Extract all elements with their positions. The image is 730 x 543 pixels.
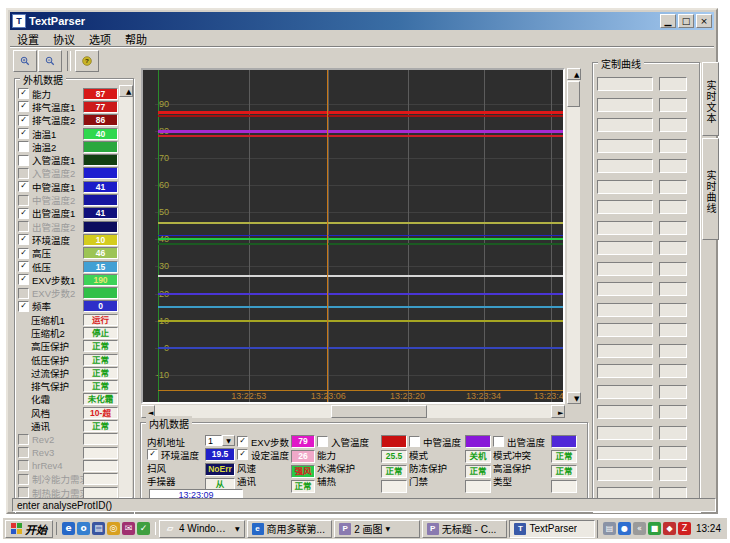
menu-item-2[interactable]: 选项 [82, 30, 118, 48]
custom-curve-value[interactable] [659, 405, 687, 419]
chart-vertical-scrollbar[interactable]: ▲ ▼ [567, 68, 580, 404]
checkbox[interactable]: ✓ [237, 436, 248, 447]
custom-curve-slot[interactable] [597, 200, 653, 214]
antivirus-tray-icon[interactable]: ◆ [663, 522, 676, 535]
custom-curve-value[interactable] [659, 446, 687, 460]
custom-curve-value[interactable] [659, 139, 687, 153]
custom-curve-value[interactable] [659, 77, 687, 91]
scroll-right-icon[interactable]: ► [551, 405, 565, 418]
maximize-button[interactable]: □ [678, 14, 694, 28]
custom-curve-slot[interactable] [597, 241, 653, 255]
custom-curve-slot[interactable] [597, 118, 653, 132]
checkbox[interactable]: ✓ [147, 449, 158, 460]
custom-curve-slot[interactable] [597, 139, 653, 153]
scroll-down-icon[interactable]: ▼ [567, 392, 581, 404]
checkbox[interactable]: ✓ [18, 234, 29, 245]
checkbox[interactable] [18, 155, 29, 166]
checkbox[interactable] [18, 195, 29, 206]
custom-curve-value[interactable] [659, 467, 687, 481]
checkbox[interactable]: ✓ [18, 181, 29, 192]
custom-curve-value[interactable] [659, 180, 687, 194]
checkbox[interactable] [18, 460, 29, 471]
taskbar-button-商用多联第...[interactable]: e商用多联第... [247, 520, 333, 538]
checkbox[interactable]: ✓ [18, 208, 29, 219]
checkbox[interactable]: ✓ [18, 115, 29, 126]
arrows-tray-icon[interactable]: « [633, 522, 646, 535]
checkbox[interactable]: ✓ [237, 449, 248, 460]
checkbox[interactable] [18, 434, 29, 445]
tab-实时曲线[interactable]: 实时曲线 [702, 138, 719, 240]
custom-curve-slot[interactable] [597, 467, 653, 481]
scroll-up-icon[interactable]: ▲ [567, 68, 581, 80]
custom-curve-slot[interactable] [597, 180, 653, 194]
menu-item-1[interactable]: 协议 [46, 30, 82, 48]
checkbox[interactable] [18, 168, 29, 179]
custom-curve-slot[interactable] [597, 98, 653, 112]
checkbox[interactable] [18, 474, 29, 485]
scroll-up-icon[interactable]: ▲ [119, 85, 133, 97]
custom-curve-value[interactable] [659, 344, 687, 358]
minimize-button[interactable]: ▁ [660, 14, 676, 28]
zoom-in-button[interactable] [13, 50, 37, 72]
checkbox[interactable] [409, 436, 420, 447]
realtime-curve-plot[interactable]: 9080706050403020100-1013:22:5313:23:0613… [143, 70, 563, 402]
custom-curve-slot[interactable] [597, 221, 653, 235]
thunder-tray-icon[interactable]: Z [678, 522, 691, 535]
messenger-quicklaunch-icon[interactable]: o [77, 522, 90, 535]
zoom-out-button[interactable] [38, 50, 62, 72]
custom-curve-slot[interactable] [597, 262, 653, 276]
green-tray-icon[interactable]: ■ [648, 522, 661, 535]
checkbox[interactable] [18, 141, 29, 152]
chevron-down-icon[interactable]: ▼ [222, 435, 235, 446]
custom-curve-value[interactable] [659, 385, 687, 399]
checkbox[interactable] [493, 436, 504, 447]
custom-curve-slot[interactable] [597, 385, 653, 399]
custom-curve-value[interactable] [659, 221, 687, 235]
checkbox[interactable]: ✓ [18, 274, 29, 285]
printer-tray-icon[interactable]: ▤ [603, 522, 616, 535]
checkbox[interactable] [18, 487, 29, 498]
checkbox[interactable]: ✓ [18, 88, 29, 99]
custom-curve-value[interactable] [659, 364, 687, 378]
custom-curve-slot[interactable] [597, 159, 653, 173]
checkbox[interactable] [18, 447, 29, 458]
media-player-quicklaunch-icon[interactable]: ◎ [107, 522, 120, 535]
custom-curve-value[interactable] [659, 159, 687, 173]
custom-curve-value[interactable] [659, 282, 687, 296]
custom-curve-slot[interactable] [597, 405, 653, 419]
custom-curve-slot[interactable] [597, 323, 653, 337]
checkbox[interactable]: ✓ [18, 248, 29, 259]
show-desktop-icon[interactable]: ▤ [92, 522, 105, 535]
custom-curve-value[interactable] [659, 262, 687, 276]
mail-quicklaunch-icon[interactable]: ✉ [122, 522, 135, 535]
messenger-tray-icon[interactable]: ● [618, 522, 631, 535]
custom-curve-slot[interactable] [597, 446, 653, 460]
taskbar-button-4 Windows...[interactable]: ▱4 Windows...▼ [159, 520, 245, 538]
checkbox[interactable] [317, 436, 328, 447]
explorer-quicklaunch-icon[interactable]: ✓ [137, 522, 150, 535]
custom-curve-slot[interactable] [597, 426, 653, 440]
custom-curve-value[interactable] [659, 426, 687, 440]
vscroll-thumb[interactable] [567, 81, 580, 107]
custom-curve-value[interactable] [659, 118, 687, 132]
custom-curve-slot[interactable] [597, 77, 653, 91]
hscroll-thumb[interactable] [331, 405, 427, 418]
indoor-address-dropdown[interactable]: 1▼ [205, 435, 235, 446]
custom-curve-value[interactable] [659, 241, 687, 255]
checkbox[interactable] [18, 221, 29, 232]
outdoor-scrollbar[interactable]: ▲ ▼ [119, 85, 132, 509]
custom-curve-slot[interactable] [597, 364, 653, 378]
custom-curve-value[interactable] [659, 200, 687, 214]
checkbox[interactable] [18, 288, 29, 299]
custom-curve-value[interactable] [659, 323, 687, 337]
custom-curve-slot[interactable] [597, 282, 653, 296]
checkbox[interactable]: ✓ [18, 261, 29, 272]
custom-curve-value[interactable] [659, 98, 687, 112]
taskbar-button-2 画图[interactable]: P2 画图▼ [334, 520, 420, 538]
taskbar-button-无标题 - C...[interactable]: P无标题 - C... [422, 520, 508, 538]
custom-curve-value[interactable] [659, 303, 687, 317]
checkbox[interactable]: ✓ [18, 301, 29, 312]
taskbar-button-TextParser[interactable]: TTextParser [509, 520, 595, 538]
time-cursor-line[interactable] [327, 70, 328, 402]
menu-item-0[interactable]: 设置 [10, 30, 46, 48]
